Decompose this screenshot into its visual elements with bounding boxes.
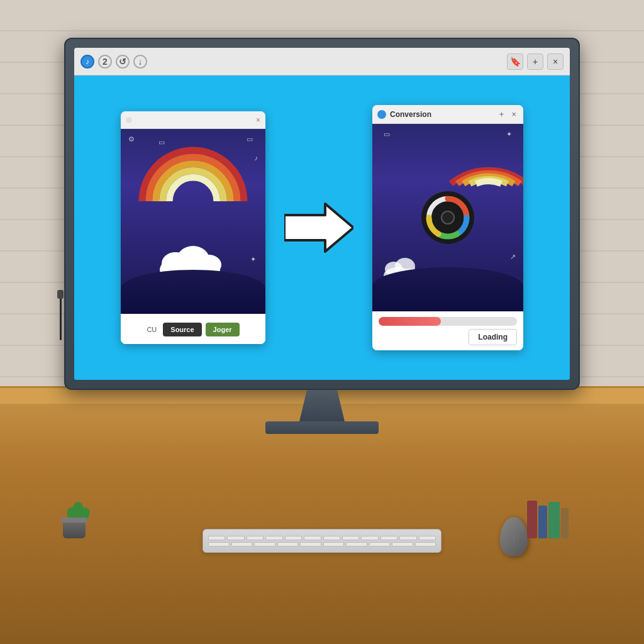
svg-point-13 [441, 211, 454, 224]
conv-hills [372, 267, 523, 311]
keyboard [203, 529, 441, 553]
cable [60, 290, 62, 340]
book [538, 506, 547, 538]
conversion-plus-button[interactable]: + [497, 109, 506, 119]
browser-bookmark-icon[interactable]: 🔖 [507, 53, 523, 70]
conversion-close-button[interactable]: × [509, 109, 518, 119]
browser-back-icon[interactable]: ♪ [80, 55, 94, 69]
keyboard-row-2 [208, 542, 436, 547]
browser-close-button[interactable]: × [547, 53, 564, 70]
plant [63, 521, 86, 538]
room-background: ♪ 2 ↺ ↓ 🔖 + × × [0, 0, 644, 644]
keyboard-row-1 [208, 536, 436, 540]
key [300, 542, 321, 547]
svg-marker-5 [284, 204, 353, 252]
conversion-window: Conversion + × ▭ ✦ ↗ [372, 105, 523, 350]
monitor: ♪ 2 ↺ ↓ 🔖 + × × [64, 38, 580, 434]
key [265, 536, 282, 540]
source-title-bar: × [121, 111, 265, 129]
source-image: ⚙ ▭ ▭ ♪ ✦ [121, 129, 265, 314]
screen-content: × ⚙ ▭ ▭ ♪ ✦ [74, 75, 570, 380]
source-close-button[interactable]: × [256, 116, 260, 125]
conversion-window-icon [377, 110, 386, 119]
key [231, 542, 253, 547]
key [254, 542, 275, 547]
monitor-bezel: ♪ 2 ↺ ↓ 🔖 + × × [64, 38, 580, 390]
conversion-title-label: Conversion [390, 110, 494, 119]
monitor-stand [297, 390, 347, 421]
browser-nav-icon[interactable]: ↓ [133, 55, 147, 69]
float-icon-4: ♪ [255, 154, 258, 162]
browser-chrome: ♪ 2 ↺ ↓ 🔖 + × [74, 48, 570, 75]
conversion-arrow [284, 203, 353, 253]
key [304, 536, 321, 540]
progress-bar-fill [379, 317, 441, 326]
conversion-title-bar: Conversion + × [372, 105, 523, 124]
source-window: × ⚙ ▭ ▭ ♪ ✦ [121, 111, 265, 344]
key [361, 536, 378, 540]
key [419, 536, 436, 540]
conv-float-icon-1: ▭ [384, 130, 390, 138]
browser-refresh-icon[interactable]: ↺ [116, 55, 130, 69]
book [548, 502, 560, 538]
joger-button[interactable]: Joger [206, 323, 240, 336]
conversion-image: ▭ ✦ ↗ [372, 124, 523, 311]
key [415, 542, 436, 547]
conversion-progress-area: Loading [372, 311, 523, 350]
book [561, 508, 569, 538]
hills [121, 270, 265, 314]
key [208, 542, 230, 547]
key [285, 536, 302, 540]
books [527, 501, 569, 538]
source-buttons: CU Source Joger [121, 314, 265, 344]
source-button[interactable]: Source [163, 323, 201, 336]
key [392, 542, 413, 547]
float-icon-5: ✦ [250, 255, 256, 264]
key [323, 536, 340, 540]
conv-rainbow-arc [448, 124, 523, 187]
book [527, 501, 537, 538]
key [247, 536, 264, 540]
key [399, 536, 416, 540]
key [277, 542, 299, 547]
plant-pot [63, 521, 86, 538]
key [227, 536, 244, 540]
source-window-dot [126, 117, 132, 123]
source-cu-label: CU [147, 326, 157, 333]
loading-spinner [419, 189, 476, 246]
key [380, 536, 397, 540]
float-icon-1: ⚙ [128, 135, 135, 143]
monitor-screen: ♪ 2 ↺ ↓ 🔖 + × × [74, 48, 570, 380]
loading-button[interactable]: Loading [469, 329, 517, 345]
key [342, 536, 359, 540]
key [346, 542, 367, 547]
mouse-scroll-wheel [514, 533, 514, 542]
progress-bar-background [379, 317, 517, 326]
monitor-base [265, 421, 379, 434]
browser-forward-icon[interactable]: 2 [98, 55, 112, 69]
key [208, 536, 225, 540]
browser-new-tab-button[interactable]: + [527, 53, 543, 70]
conv-float-icon-3: ↗ [510, 253, 516, 261]
rainbow-arc [136, 129, 250, 230]
leaf-icon [72, 502, 84, 519]
key [369, 542, 391, 547]
key [323, 542, 345, 547]
